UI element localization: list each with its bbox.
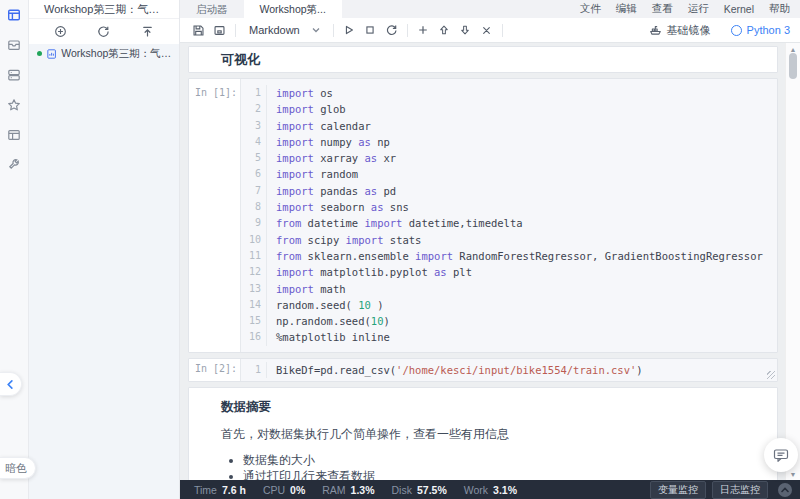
save-icon[interactable] (188, 20, 209, 41)
workbench-icon[interactable] (0, 0, 28, 30)
metric-work: Work3.1% (464, 484, 517, 496)
base-image-label: 基础镜像 (667, 23, 711, 38)
menu-item[interactable]: 查看 (652, 2, 673, 16)
code-line: import xarray as xr (276, 150, 777, 166)
metric-time: Time7.6 h (194, 484, 246, 496)
move-cell-down-icon[interactable] (455, 20, 476, 41)
code-line: import numpy as np (276, 134, 777, 150)
line-number: 3 (241, 118, 261, 134)
line-number-gutter: 12345678910111213141516 (241, 85, 267, 346)
execution-count-label: In [1]: (189, 79, 241, 352)
toolbar-divider (502, 24, 503, 37)
metric-cpu: CPU0% (263, 484, 305, 496)
line-number: 9 (241, 215, 261, 231)
cell-type-label: Markdown (249, 24, 300, 36)
notebook-file-icon (47, 48, 56, 60)
stop-icon[interactable] (360, 20, 381, 41)
wrench-icon[interactable] (0, 150, 28, 180)
code-line: import seaborn as sns (276, 199, 777, 215)
code-line: BikeDf=pd.read_csv('/home/kesci/input/bi… (276, 362, 777, 378)
file-panel: Workshop第三期：气象+机器学习... Workshop第三期：气象+机 (29, 0, 180, 499)
line-number: 10 (241, 232, 261, 248)
sidebar-collapse-button[interactable] (0, 372, 22, 396)
notebook-scrollbar[interactable]: ▲ ▼ (785, 43, 800, 480)
file-list: Workshop第三期：气象+机... (29, 44, 179, 499)
bullet-item: 数据集的大小 (243, 453, 757, 469)
kernel-indicator[interactable]: Python 3 (731, 24, 790, 36)
markdown-cell-visualization[interactable]: 可视化 (188, 46, 778, 73)
upload-icon[interactable] (137, 22, 157, 42)
code-line: import matplotlib.pyplot as plt (276, 264, 777, 280)
move-cell-up-icon[interactable] (434, 20, 455, 41)
tab-launcher[interactable]: 启动器 (180, 0, 244, 18)
database-icon[interactable] (0, 60, 28, 90)
menu-item[interactable]: 文件 (580, 2, 601, 16)
resource-metrics: Time7.6 hCPU0%RAM1.3%Disk57.5%Work3.1% (194, 484, 517, 496)
cell-list: 可视化 In [1]: 12345678910111213141516 impo… (188, 43, 778, 480)
code-line: import random (276, 166, 777, 182)
code-line: np.random.seed(10) (276, 313, 777, 329)
status-bar-right: 变量监控日志监控 (650, 481, 792, 499)
close-icon[interactable] (476, 20, 497, 41)
restart-icon[interactable] (381, 20, 402, 41)
cell-type-dropdown[interactable]: Markdown (241, 24, 328, 36)
tab-strip: 启动器Workshop第... (180, 0, 342, 18)
collapse-monitor-icon[interactable] (778, 483, 792, 497)
kernel-running-dot (37, 51, 42, 56)
status-bar: Time7.6 hCPU0%RAM1.3%Disk57.5%Work3.1% 变… (180, 480, 800, 499)
file-panel-toolbar (29, 19, 179, 44)
tab-active-notebook[interactable]: Workshop第... (244, 0, 342, 18)
run-icon[interactable] (339, 20, 360, 41)
feedback-bubble-button[interactable] (764, 438, 798, 472)
code-line: from datetime import datetime,timedelta (276, 215, 777, 231)
code-cell-read-csv[interactable]: In [2]: 1 BikeDf=pd.read_csv('/home/kesc… (188, 358, 778, 382)
star-icon[interactable] (0, 90, 28, 120)
refresh-icon[interactable] (94, 22, 114, 42)
execution-count-label: In [2]: (189, 359, 241, 381)
file-row[interactable]: Workshop第三期：气象+机... (29, 44, 179, 63)
line-number: 14 (241, 297, 261, 313)
code-cell-imports[interactable]: In [1]: 12345678910111213141516 import o… (188, 78, 778, 353)
scrollbar-thumb[interactable] (789, 53, 797, 79)
theme-toggle[interactable]: 暗色 (0, 457, 36, 479)
left-rail: 暗色 (0, 0, 29, 499)
snapshot-icon[interactable] (209, 20, 230, 41)
scroll-down-icon[interactable]: ▼ (786, 469, 800, 479)
line-number: 12 (241, 264, 261, 280)
toolbar-divider (235, 24, 236, 37)
add-cell-icon[interactable] (413, 20, 434, 41)
line-number: 2 (241, 101, 261, 117)
menu-item[interactable]: Kernel (724, 3, 754, 15)
new-file-icon[interactable] (51, 22, 71, 42)
code-line: from scipy import stats (276, 232, 777, 248)
markdown-paragraph: 首先，对数据集执行几个简单操作，查看一些有用信息 (221, 426, 757, 443)
menu-item[interactable]: 编辑 (616, 2, 637, 16)
bullet-item: 通过打印几行来查看数据 (243, 469, 757, 480)
markdown-cell-data-summary[interactable]: 数据摘要 首先，对数据集执行几个简单操作，查看一些有用信息 数据集的大小通过打印… (188, 387, 778, 480)
code-line: import os (276, 85, 777, 101)
line-number: 13 (241, 281, 261, 297)
code-editor[interactable]: 1 BikeDf=pd.read_csv('/home/kesci/input/… (241, 359, 777, 381)
code-line: import pandas as pd (276, 183, 777, 199)
code-editor[interactable]: 12345678910111213141516 import osimport … (241, 79, 777, 352)
monitor-button[interactable]: 日志监控 (712, 481, 768, 499)
line-number: 1 (241, 85, 261, 101)
base-image-button[interactable]: 基础镜像 (649, 23, 711, 38)
line-number: 1 (241, 362, 261, 378)
markdown-bullet-list: 数据集的大小通过打印几行来查看数据变量的数据类型整体信息（包括有无缺测等） (221, 453, 757, 480)
layout-icon[interactable] (0, 120, 28, 150)
menu-item[interactable]: 帮助 (769, 2, 790, 16)
archive-icon[interactable] (0, 30, 28, 60)
line-number: 8 (241, 199, 261, 215)
notebook-toolbar: Markdown (180, 18, 800, 43)
code-line: import glob (276, 101, 777, 117)
line-number: 7 (241, 183, 261, 199)
line-number: 5 (241, 150, 261, 166)
notebook-scroll-area[interactable]: 可视化 In [1]: 12345678910111213141516 impo… (180, 43, 800, 480)
monitor-button[interactable]: 变量监控 (650, 481, 706, 499)
app: 暗色 Workshop第三期：气象+机器学习... (0, 0, 800, 499)
menu-item[interactable]: 运行 (688, 2, 709, 16)
cell-resize-handle[interactable] (767, 371, 775, 379)
code-lines: import osimport globimport calendarimpor… (267, 85, 777, 346)
code-line: random.seed( 10 ) (276, 297, 777, 313)
